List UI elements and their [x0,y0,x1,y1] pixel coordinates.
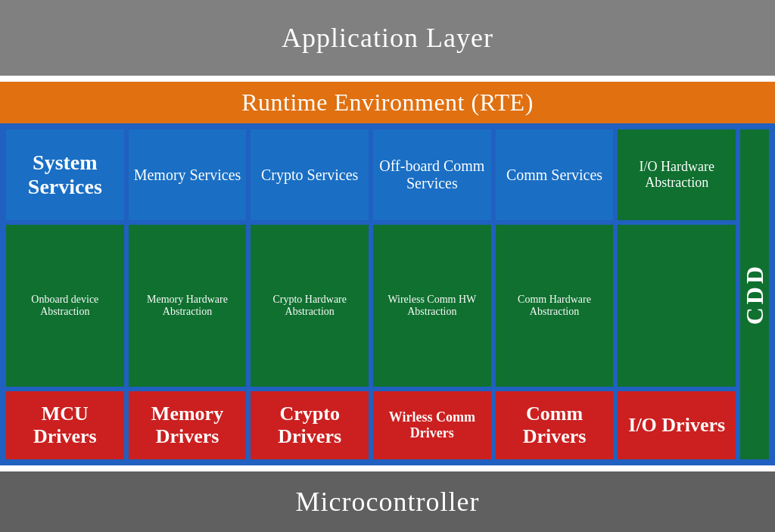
driver-box-memory: Memory Drivers [129,391,247,459]
hw-box-crypto: Crypto Hardware Abstraction [251,225,369,387]
micro-title: Microcontroller [296,486,480,518]
hw-box-memory: Memory Hardware Abstraction [129,225,247,387]
driver-box-crypto: Crypto Drivers [251,391,369,459]
app-layer-title: Application Layer [282,22,493,54]
col-memory: Memory Services Memory Hardware Abstract… [129,129,247,459]
hw-box-offboard: Wireless Comm HW Abstraction [373,225,491,387]
service-box-system: System Services [6,129,124,220]
separator-bottom [0,465,775,471]
driver-box-offboard: Wirless Comm Drivers [373,391,491,459]
hw-box-comm: Comm Hardware Abstraction [496,225,614,387]
main-wrapper: Application Layer Runtime Environment (R… [0,0,775,532]
col-system: System Services Onboard device Abstracti… [6,129,124,459]
service-box-io: I/O Hardware Abstraction [618,129,736,220]
micro-layer: Microcontroller [0,471,775,532]
separator-top [0,76,775,82]
main-content: System Services Onboard device Abstracti… [0,123,775,465]
service-box-comm: Comm Services [496,129,614,220]
rte-title: Runtime Environment (RTE) [241,89,534,117]
hw-box-system: Onboard device Abstraction [6,225,124,387]
col-crypto: Crypto Services Crypto Hardware Abstract… [251,129,369,459]
driver-box-io: I/O Drivers [618,391,736,459]
service-box-crypto: Crypto Services [251,129,369,220]
cdd-label: CDD [741,263,769,325]
service-box-memory: Memory Services [129,129,247,220]
col-offboard: Off-board Comm Services Wireless Comm HW… [373,129,491,459]
driver-box-system: MCU Drivers [6,391,124,459]
service-box-offboard: Off-board Comm Services [373,129,491,220]
hw-box-io [618,225,736,387]
driver-box-comm: Comm Drivers [496,391,614,459]
col-comm: Comm Services Comm Hardware Abstraction … [496,129,614,459]
rte-layer: Runtime Environment (RTE) [0,82,775,123]
columns-container: System Services Onboard device Abstracti… [6,129,736,459]
cdd-bar: CDD [740,129,769,459]
col-io: I/O Hardware Abstraction I/O Drivers [618,129,736,459]
app-layer: Application Layer [0,0,775,76]
